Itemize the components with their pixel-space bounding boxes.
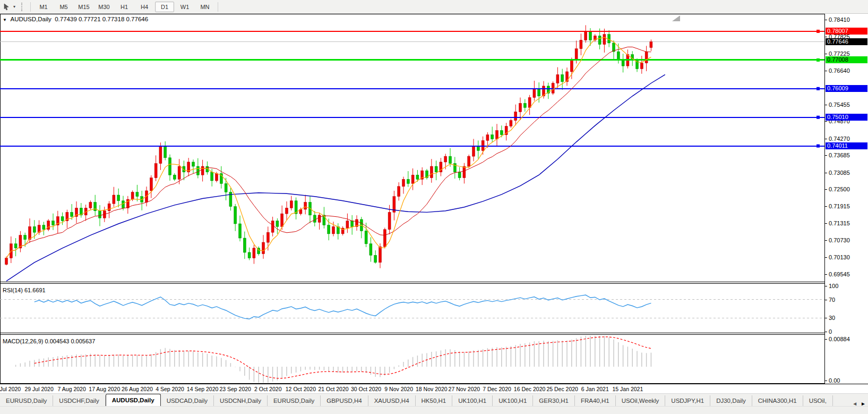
chart-shift-marker-icon: [672, 15, 680, 21]
chart-tab-uk100-h1[interactable]: UK100,H1: [493, 395, 533, 407]
axis-tick: [825, 71, 827, 71]
chart-tab-usdchf-daily[interactable]: USDCHF,Daily: [53, 395, 105, 407]
date-label: 7 Dec 2020: [483, 386, 511, 392]
date-label: 18 Nov 2020: [416, 386, 448, 392]
date-label: 6 Jan 2021: [581, 386, 609, 392]
chart-tab-xauusd-h4[interactable]: XAUUSD,H4: [368, 395, 416, 407]
chart-tab-bar: EURUSD,DailyUSDCHF,DailyAUDUSD,DailyUSDC…: [0, 393, 868, 407]
date-label: 7 Aug 2020: [58, 386, 86, 392]
date-label: 15 Jan 2021: [612, 386, 643, 392]
rsi-tick-label: 0: [829, 328, 832, 335]
price-tick-label: 0.72500: [829, 186, 850, 192]
timeframe-button-d1[interactable]: D1: [155, 2, 174, 12]
chart-tab-usoil[interactable]: USOil,: [803, 395, 833, 407]
symbol-name: AUDUSD,Daily: [10, 16, 51, 22]
price-tick-label: 0.70130: [829, 254, 850, 260]
axis-tick: [825, 54, 827, 54]
date-axis[interactable]: 20 Jul 202029 Jul 20207 Aug 202017 Aug 2…: [0, 384, 868, 394]
date-label: 20 Jul 2020: [0, 386, 21, 392]
axis-tick: [825, 37, 827, 37]
price-tick-label: 0.70730: [829, 237, 850, 243]
price-level-tag: 0.76009: [826, 85, 867, 92]
axis-tick: [825, 286, 827, 286]
chart-title: ▼ AUDUSD,Daily 0.77439 0.77721 0.77318 0…: [3, 16, 148, 22]
price-tick-label: 0.76640: [829, 67, 850, 74]
timeframe-button-m30[interactable]: M30: [94, 2, 114, 12]
timeframe-button-h4[interactable]: H4: [135, 2, 154, 12]
axis-tick: [825, 300, 827, 300]
chart-tab-ger30-h1[interactable]: GER30,H1: [533, 395, 575, 407]
axis-tick: [825, 206, 827, 207]
price-tick-label: 0.71915: [829, 203, 850, 209]
chart-tab-usdjpy-h1[interactable]: USDJPY,H1: [665, 395, 710, 407]
timeframe-button-mn[interactable]: MN: [195, 2, 214, 12]
axis-tick: [825, 189, 827, 190]
axis-tick: [825, 332, 827, 332]
chart-cursor-icon[interactable]: [2, 2, 12, 12]
price-axis[interactable]: 0.784100.778250.772250.766400.754550.748…: [824, 14, 868, 384]
timeframe-button-m15[interactable]: M15: [74, 2, 93, 12]
timeframe-button-h1[interactable]: H1: [115, 2, 134, 12]
date-label: 23 Sep 2020: [219, 386, 251, 392]
chart-tab-eurusd-daily[interactable]: EURUSD,Daily: [0, 395, 53, 407]
toolbar-grip-handle[interactable]: [21, 3, 24, 11]
date-label: 14 Sep 2020: [187, 386, 219, 392]
chart-tab-uk100-h1[interactable]: UK100,H1: [452, 395, 493, 407]
window-menu-icon[interactable]: ▼: [3, 18, 7, 22]
chevron-down-icon[interactable]: ▾: [12, 4, 17, 9]
chart-tab-dj30-daily[interactable]: DJ30,Daily: [710, 395, 752, 407]
date-label: 16 Dec 2020: [514, 386, 546, 392]
candlestick-chart-canvas[interactable]: [0, 14, 824, 393]
date-label: 29 Jul 2020: [24, 386, 53, 392]
price-level-tag: 0.78007: [826, 28, 867, 35]
axis-tick: [825, 155, 827, 156]
chart-tab-china300-h1[interactable]: CHINA300,H1: [752, 395, 803, 407]
chart-tab-gbpusd-h4[interactable]: GBPUSD,H4: [321, 395, 368, 407]
chart-tab-fra40-h1[interactable]: FRA40,H1: [575, 395, 616, 407]
price-level-tag: 0.75010: [826, 114, 867, 121]
ohlc-quote: 0.77439 0.77721 0.77318 0.77646: [55, 16, 148, 22]
price-level-tag: 0.74011: [826, 142, 867, 149]
date-label: 2 Oct 2020: [254, 386, 281, 392]
price-tick-label: 0.75455: [829, 102, 850, 108]
price-tick-label: 0.77225: [829, 50, 850, 57]
timeframe-buttons: M1M5M15M30H1H4D1W1MN: [33, 2, 215, 12]
axis-tick: [825, 223, 827, 224]
rsi-pane-label: RSI(14) 61.6691: [3, 287, 46, 293]
chart-tab-audusd-daily[interactable]: AUDUSD,Daily: [106, 394, 161, 407]
chart-tab-eurusd-daily[interactable]: EURUSD,Daily: [268, 395, 321, 407]
price-tick-label: 0.73085: [829, 170, 850, 176]
mt4-window: ▾ M1M5M15M30H1H4D1W1MN ▼ AUDUSD,Daily 0.…: [0, 0, 868, 414]
axis-tick: [825, 381, 827, 381]
price-tick-label: 0.74270: [829, 136, 850, 142]
date-label: 30 Oct 2020: [351, 386, 381, 392]
macd-pane-label: MACD(12,26,9) 0.004543 0.005637: [3, 338, 95, 344]
axis-tick: [825, 257, 827, 258]
price-tick-label: 0.71315: [829, 220, 850, 226]
price-tick-label: 0.73685: [829, 152, 850, 158]
chart-cursor-tool[interactable]: ▾: [0, 0, 19, 13]
date-label: 21 Oct 2020: [318, 386, 348, 392]
axis-tick: [825, 339, 827, 340]
chart-tab-usoil-weekly[interactable]: USOil,Weekly: [616, 395, 666, 407]
toolbar-separator: [218, 2, 218, 12]
axis-tick: [825, 173, 827, 173]
axis-tick: [825, 240, 827, 241]
timeframe-button-m1[interactable]: M1: [34, 2, 53, 12]
status-bar: [0, 406, 868, 414]
chart-area[interactable]: ▼ AUDUSD,Daily 0.77439 0.77721 0.77318 0…: [0, 14, 868, 393]
price-tick-label: 0.78410: [829, 16, 850, 23]
timeframe-button-w1[interactable]: W1: [175, 2, 194, 12]
axis-tick: [825, 274, 827, 275]
axis-tick: [825, 105, 827, 105]
chart-tab-hk50-h1[interactable]: HK50,H1: [416, 395, 453, 407]
date-label: 26 Aug 2020: [122, 386, 153, 392]
date-label: 9 Nov 2020: [384, 386, 413, 392]
timeframe-button-m5[interactable]: M5: [54, 2, 73, 12]
chart-tab-usdcnh-daily[interactable]: USDCNH,Daily: [214, 395, 268, 407]
chart-tab-usdcad-daily[interactable]: USDCAD,Daily: [161, 395, 214, 407]
axis-tick: [825, 20, 827, 20]
date-label: 25 Dec 2020: [546, 386, 578, 392]
date-label: 17 Aug 2020: [89, 386, 120, 392]
macd-tick-label: 0.00884: [829, 336, 850, 342]
